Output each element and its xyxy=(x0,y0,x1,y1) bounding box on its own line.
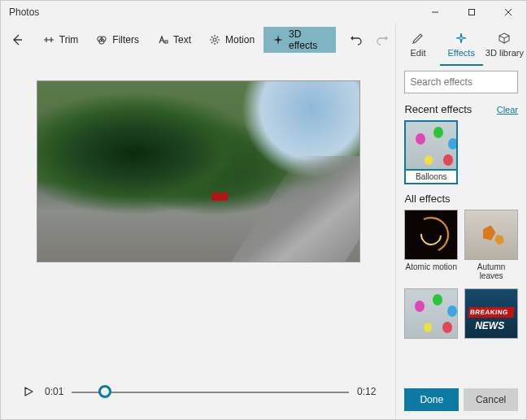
tab-effects[interactable]: Effects xyxy=(440,24,483,66)
effects-icon xyxy=(454,31,468,45)
motion-button[interactable]: Motion xyxy=(200,27,264,53)
title-bar: Photos xyxy=(1,1,526,24)
tab-3d-library-label: 3D library xyxy=(486,48,524,58)
effect-thumbnail xyxy=(464,288,518,339)
svg-rect-1 xyxy=(468,10,474,15)
effect-label xyxy=(464,339,518,343)
preview-area xyxy=(1,56,395,369)
filters-label: Filters xyxy=(112,34,139,45)
effect-card[interactable] xyxy=(464,288,518,343)
text-icon xyxy=(157,34,168,45)
done-button[interactable]: Done xyxy=(404,388,459,411)
svg-point-8 xyxy=(213,38,216,41)
search-input[interactable] xyxy=(410,76,526,88)
effect-card[interactable] xyxy=(404,288,458,343)
3d-effects-button[interactable]: 3D effects xyxy=(264,27,335,53)
trim-icon xyxy=(43,34,54,45)
clear-recent-link[interactable]: Clear xyxy=(497,105,518,115)
cancel-button[interactable]: Cancel xyxy=(464,388,518,411)
toolbar: Trim Filters Text Motion xyxy=(1,24,395,56)
recent-effects-heading: Recent effects xyxy=(404,103,472,115)
close-button[interactable] xyxy=(490,1,526,24)
effect-thumbnail xyxy=(404,288,458,339)
play-button[interactable] xyxy=(20,383,37,400)
motion-icon xyxy=(209,34,220,45)
effect-card[interactable]: Atomic motion xyxy=(404,210,458,282)
effect-card[interactable]: Balloons xyxy=(404,120,458,184)
motion-label: Motion xyxy=(225,34,255,45)
panel-footer: Done Cancel xyxy=(396,383,526,419)
effects-panel: Edit Effects 3D library xyxy=(395,24,526,419)
editor-pane: Trim Filters Text Motion xyxy=(1,24,395,419)
undo-button[interactable] xyxy=(343,27,369,53)
sparkle-icon xyxy=(272,34,284,45)
trim-button[interactable]: Trim xyxy=(34,27,88,53)
total-time: 0:12 xyxy=(357,386,376,397)
maximize-button[interactable] xyxy=(453,1,490,24)
tab-edit[interactable]: Edit xyxy=(396,24,439,66)
svg-rect-7 xyxy=(165,41,168,43)
effects-list[interactable]: Recent effects Clear Balloons All effect… xyxy=(396,100,526,383)
effect-label: Atomic motion xyxy=(404,260,458,273)
all-effects-heading: All effects xyxy=(404,193,450,205)
effect-thumbnail xyxy=(464,210,518,260)
app-title: Photos xyxy=(9,6,416,18)
panel-tabs: Edit Effects 3D library xyxy=(396,24,526,66)
effect-label xyxy=(404,339,458,343)
filters-button[interactable]: Filters xyxy=(87,27,148,53)
tab-3d-library[interactable]: 3D library xyxy=(483,24,526,66)
effect-label: Autumn leaves xyxy=(464,260,518,282)
pencil-icon xyxy=(411,31,425,45)
effect-label: Balloons xyxy=(404,170,458,184)
tab-edit-label: Edit xyxy=(411,48,426,58)
filters-icon xyxy=(96,34,107,45)
search-effects[interactable] xyxy=(404,71,518,93)
current-time: 0:01 xyxy=(45,386,63,397)
text-label: Text xyxy=(173,34,191,45)
cube-icon xyxy=(497,31,512,45)
effect-card[interactable]: Autumn leaves xyxy=(464,210,518,282)
tab-effects-label: Effects xyxy=(447,48,474,58)
seek-track[interactable] xyxy=(72,383,349,400)
back-button[interactable] xyxy=(6,27,29,53)
effect-thumbnail xyxy=(404,120,458,171)
trim-label: Trim xyxy=(59,34,79,45)
minimize-button[interactable] xyxy=(416,1,453,24)
3d-effects-label: 3D effects xyxy=(289,28,326,51)
redo-button xyxy=(369,27,395,53)
effect-thumbnail xyxy=(404,210,458,260)
playback-controls: 0:01 0:12 xyxy=(1,369,395,419)
text-button[interactable]: Text xyxy=(148,27,200,53)
video-preview[interactable] xyxy=(37,80,360,262)
seek-handle[interactable] xyxy=(98,385,111,398)
